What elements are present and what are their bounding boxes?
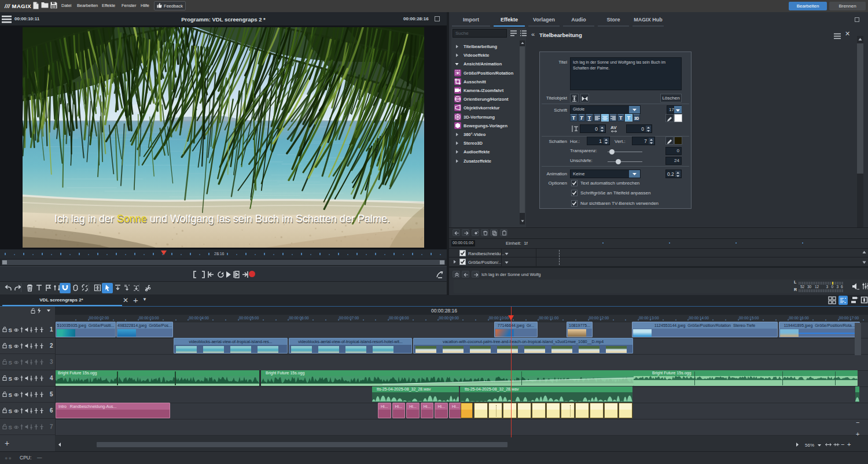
svg-text:S: S <box>9 359 12 366</box>
svg-text:AV: AV <box>610 125 617 130</box>
svg-text:S: S <box>9 375 12 382</box>
svg-text:S: S <box>9 408 12 414</box>
svg-text:S: S <box>9 343 12 349</box>
svg-text:Ich lag in der Sonne und Wolfg: Ich lag in der Sonne und Wolfgang las se… <box>54 213 390 224</box>
svg-text:S: S <box>9 392 12 398</box>
svg-text:S: S <box>9 424 12 430</box>
svg-text:S: S <box>9 327 12 333</box>
